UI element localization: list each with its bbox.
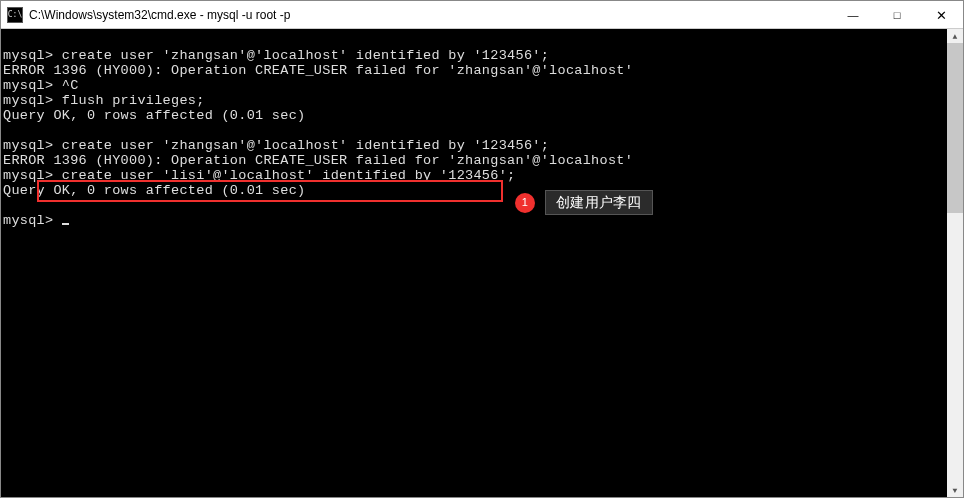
scrollbar-thumb[interactable] [947,43,963,213]
terminal-line: ERROR 1396 (HY000): Operation CREATE_USE… [3,153,633,168]
cmd-icon: C:\ [7,7,23,23]
terminal-line: mysql> create user 'zhangsan'@'localhost… [3,138,549,153]
cmd-window: C:\ C:\Windows\system32\cmd.exe - mysql … [0,0,964,498]
scroll-up-icon[interactable]: ▲ [947,29,963,43]
terminal-prompt: mysql> [3,213,62,228]
titlebar[interactable]: C:\ C:\Windows\system32\cmd.exe - mysql … [1,1,963,29]
terminal-line: mysql> flush privileges; [3,93,205,108]
terminal-output[interactable]: mysql> create user 'zhangsan'@'localhost… [1,29,963,497]
scroll-down-icon[interactable]: ▼ [947,483,963,497]
terminal-line: Query OK, 0 rows affected (0.01 sec) [3,183,305,198]
minimize-button[interactable]: — [831,1,875,29]
terminal-line: mysql> ^C [3,78,79,93]
maximize-button[interactable]: □ [875,1,919,29]
terminal-line: Query OK, 0 rows affected (0.01 sec) [3,108,305,123]
cursor-icon [62,223,69,225]
terminal-line: mysql> create user 'zhangsan'@'localhost… [3,48,549,63]
window-controls: — □ ✕ [831,1,963,28]
vertical-scrollbar[interactable]: ▲ ▼ [947,29,963,497]
annotation-badge: 1 [515,193,535,213]
close-button[interactable]: ✕ [919,1,963,29]
annotation-label: 创建用户李四 [545,190,653,215]
window-title: C:\Windows\system32\cmd.exe - mysql -u r… [29,8,831,22]
annotation-callout: 1 创建用户李四 [515,190,653,215]
terminal-line: mysql> create user 'lisi'@'localhost' id… [3,168,515,183]
terminal-line: ERROR 1396 (HY000): Operation CREATE_USE… [3,63,633,78]
